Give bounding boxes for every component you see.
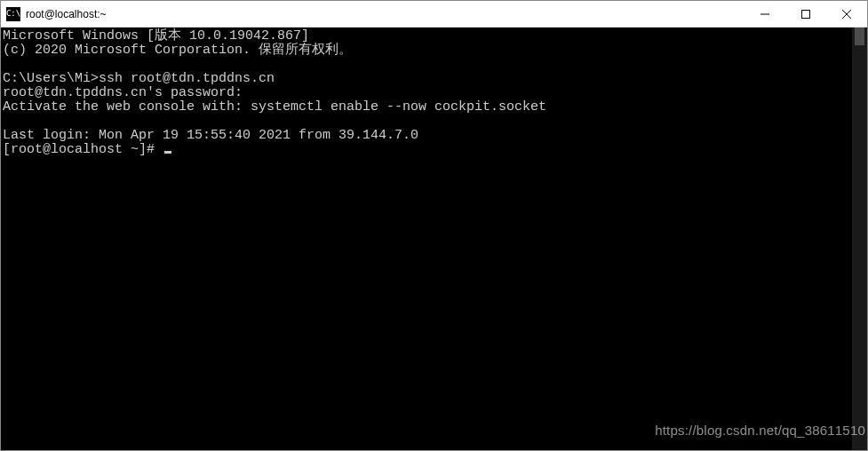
scrollbar[interactable] xyxy=(852,28,867,450)
cursor xyxy=(164,151,171,154)
terminal-line: Activate the web console with: systemctl… xyxy=(3,100,852,115)
terminal-body[interactable]: Microsoft Windows [版本 10.0.19042.867](c)… xyxy=(1,28,852,450)
close-button[interactable] xyxy=(826,1,867,27)
cmd-icon: C:\ xyxy=(6,7,20,21)
terminal-line xyxy=(3,58,852,72)
svg-rect-1 xyxy=(802,10,810,18)
terminal-window: C:\ root@localhost:~ Microsoft Windows [… xyxy=(0,0,868,451)
terminal-prompt: [root@localhost ~]# xyxy=(3,142,163,157)
terminal-line xyxy=(3,115,852,129)
terminal-line: (c) 2020 Microsoft Corporation. 保留所有权利。 xyxy=(3,44,852,58)
scrollbar-thumb[interactable] xyxy=(855,28,864,45)
terminal-prompt-line[interactable]: [root@localhost ~]# xyxy=(3,143,852,157)
window-controls xyxy=(745,1,867,27)
maximize-button[interactable] xyxy=(785,1,826,27)
terminal-body-wrap: Microsoft Windows [版本 10.0.19042.867](c)… xyxy=(1,28,867,450)
titlebar[interactable]: C:\ root@localhost:~ xyxy=(1,1,867,28)
terminal-line: Last login: Mon Apr 19 15:55:40 2021 fro… xyxy=(3,129,852,143)
terminal-line: root@tdn.tpddns.cn's password: xyxy=(3,86,852,100)
terminal-line: Microsoft Windows [版本 10.0.19042.867] xyxy=(3,29,852,44)
minimize-button[interactable] xyxy=(745,1,785,27)
window-title: root@localhost:~ xyxy=(26,8,745,20)
terminal-line: C:\Users\Mi>ssh root@tdn.tpddns.cn xyxy=(3,72,852,86)
